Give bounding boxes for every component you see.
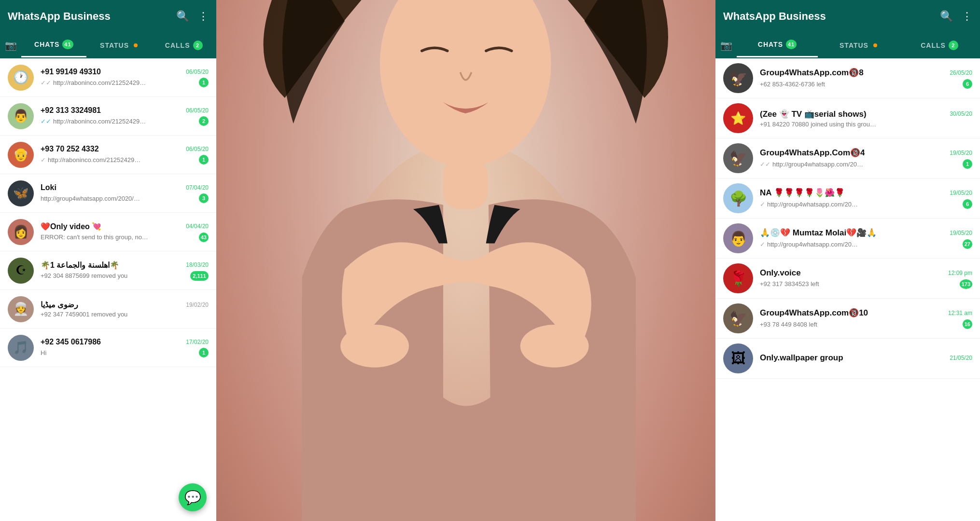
avatar-6: ☪	[8, 258, 34, 284]
right-unread-badge-3: 1	[963, 159, 972, 169]
left-chat-item-6[interactable]: ☪ 🌴اهلسنة والجماعة 1🌴 18/03/20 +92 304 8…	[0, 251, 216, 290]
unread-badge-2: 2	[199, 116, 209, 126]
chat-content-2: +92 313 3324981 06/05/20 ✓✓ http://rabon…	[41, 106, 209, 126]
right-chat-item-6[interactable]: 🌹 Only.voice 12:09 pm +92 317 3834523 le…	[715, 259, 980, 299]
chat-time-5: 04/04/20	[186, 223, 209, 230]
right-chat-content-2: (Zee 👻 TV 📺serial shows) 30/05/20 +91 84…	[760, 109, 972, 128]
right-avatar-4: 🌳	[723, 183, 753, 213]
left-tab-status[interactable]: STATUS	[86, 33, 152, 57]
right-chat-name-7: Group4WhatsApp.com🔞10	[760, 308, 868, 318]
chat-content-6: 🌴اهلسنة والجماعة 1🌴 18/03/20 +92 304 887…	[41, 260, 209, 281]
right-chat-list: 🦅 Group4WhatsApp.com🔞8 26/05/20 +62 853-…	[715, 58, 980, 521]
left-chat-list: 🕐 +91 99149 49310 06/05/20 ✓✓ http://rab…	[0, 58, 216, 521]
left-menu-icon[interactable]: ⋮	[198, 10, 209, 23]
right-menu-icon[interactable]: ⋮	[962, 10, 972, 23]
chat-name-8: +92 345 0617986	[41, 338, 101, 346]
unread-badge-6: 2,111	[190, 271, 209, 281]
right-chat-time-2: 30/05/20	[950, 110, 972, 117]
right-chat-item-4[interactable]: 🌳 NA 🌹🌹🌹🌹🌷🌺🌹 19/05/20 ✓ http://group4wha…	[715, 178, 980, 219]
chat-content-5: ❤️Only video 💘 04/04/20 ERROR: can't sen…	[41, 222, 209, 242]
right-tab-chats-badge: 41	[786, 40, 797, 49]
chat-name-4: Loki	[41, 183, 56, 192]
left-chat-item-5[interactable]: 👩 ❤️Only video 💘 04/04/20 ERROR: can't s…	[0, 213, 216, 251]
tick-icon-3: ✓	[41, 156, 46, 164]
left-tab-status-label: STATUS	[100, 41, 129, 49]
right-chat-item-8[interactable]: 🖼 Only.wallpaper group 21/05/20	[715, 339, 980, 379]
unread-badge-1: 1	[199, 78, 209, 87]
chat-time-3: 06/05/20	[186, 146, 209, 152]
right-tab-status-label: STATUS	[840, 41, 868, 49]
right-search-icon[interactable]: 🔍	[940, 10, 953, 23]
right-tab-status[interactable]: STATUS	[818, 33, 899, 57]
avatar-8: 🎵	[8, 335, 34, 361]
right-chat-item-5[interactable]: 👨 🙏💿💔 Mumtaz Molai💔🎥🙏 19/05/20 ✓ http://…	[715, 219, 980, 259]
right-chat-item-3[interactable]: 🦅 Group4WhatsApp.Com🔞4 19/05/20 ✓✓ http:…	[715, 138, 980, 178]
right-unread-badge-5: 27	[963, 239, 972, 249]
left-panel: WhatsApp Business 🔍 ⋮ 📷 CHATS 41 STATUS …	[0, 0, 216, 521]
right-avatar-8: 🖼	[723, 343, 753, 373]
chat-time-6: 18/03/20	[186, 261, 209, 268]
chat-content-7: رضوی میڈیا 19/02/20 +92 347 7459001 remo…	[41, 300, 209, 318]
chat-name-7: رضوی میڈیا	[41, 300, 78, 309]
right-avatar-1: 🦅	[723, 63, 753, 93]
svg-rect-3	[443, 158, 488, 209]
avatar-1: 🕐	[8, 65, 34, 91]
left-chat-item-4[interactable]: 🦋 Loki 07/04/20 http://group4whatsapp.co…	[0, 174, 216, 213]
right-chat-content-3: Group4WhatsApp.Com🔞4 19/05/20 ✓✓ http://…	[760, 148, 972, 169]
chat-time-7: 19/02/20	[186, 302, 209, 308]
chat-preview-1: ✓✓ http://raboninco.com/21252429…	[41, 79, 146, 86]
chat-name-3: +93 70 252 4332	[41, 145, 99, 153]
right-camera-button[interactable]: 📷	[715, 33, 737, 57]
chat-name-6: 🌴اهلسنة والجماعة 1🌴	[41, 260, 119, 270]
chat-time-4: 07/04/20	[186, 184, 209, 191]
svg-point-4	[340, 325, 409, 368]
left-chat-item-1[interactable]: 🕐 +91 99149 49310 06/05/20 ✓✓ http://rab…	[0, 58, 216, 97]
left-tab-chats-badge: 41	[62, 40, 73, 49]
avatar-7: 👳	[8, 296, 34, 322]
right-chat-time-1: 26/05/20	[950, 69, 972, 76]
right-avatar-7: 🦅	[723, 303, 753, 333]
avatar-3: 👴	[8, 142, 34, 168]
chat-preview-4: http://group4whatsapp.com/2020/…	[41, 195, 140, 202]
chat-time-1: 06/05/20	[186, 69, 209, 75]
chat-preview-3: ✓ http://raboninco.com/21252429…	[41, 156, 140, 164]
right-tab-chats[interactable]: CHATS 41	[737, 33, 818, 57]
left-tab-chats-label: CHATS	[34, 41, 59, 48]
left-tab-calls-badge: 2	[193, 41, 203, 50]
left-search-icon[interactable]: 🔍	[176, 10, 189, 23]
right-tabs-bar: 📷 CHATS 41 STATUS CALLS 2	[715, 33, 980, 58]
left-app-title: WhatsApp Business	[8, 10, 111, 23]
right-chat-item-2[interactable]: ⭐ (Zee 👻 TV 📺serial shows) 30/05/20 +91 …	[715, 98, 980, 138]
right-tab-calls[interactable]: CALLS 2	[899, 33, 980, 57]
right-chat-name-4: NA 🌹🌹🌹🌹🌷🌺🌹	[760, 188, 845, 198]
left-tab-calls[interactable]: CALLS 2	[151, 33, 216, 57]
left-chat-item-8[interactable]: 🎵 +92 345 0617986 17/02/20 Hi 1	[0, 329, 216, 367]
right-chat-name-2: (Zee 👻 TV 📺serial shows)	[760, 109, 867, 119]
left-camera-button[interactable]: 📷	[0, 33, 21, 57]
unread-badge-5: 43	[199, 233, 209, 242]
chat-preview-7: +92 347 7459001 removed you	[41, 311, 127, 318]
right-chat-item-1[interactable]: 🦅 Group4WhatsApp.com🔞8 26/05/20 +62 853-…	[715, 58, 980, 98]
right-chat-time-3: 19/05/20	[950, 150, 972, 156]
right-chat-preview-1: +62 853-4362-6736 left	[760, 81, 825, 88]
unread-badge-8: 1	[199, 348, 209, 357]
left-chat-item-3[interactable]: 👴 +93 70 252 4332 06/05/20 ✓ http://rabo…	[0, 136, 216, 174]
avatar-2: 👨	[8, 103, 34, 129]
left-chat-item-2[interactable]: 👨 +92 313 3324981 06/05/20 ✓✓ http://rab…	[0, 97, 216, 136]
center-illustration	[216, 0, 715, 521]
left-header: WhatsApp Business 🔍 ⋮	[0, 0, 216, 33]
left-chat-item-7[interactable]: 👳 رضوی میڈیا 19/02/20 +92 347 7459001 re…	[0, 290, 216, 329]
unread-badge-3: 1	[199, 155, 209, 165]
left-tab-chats[interactable]: CHATS 41	[21, 33, 86, 57]
right-panel: WhatsApp Business 🔍 ⋮ 📷 CHATS 41 STATUS …	[715, 0, 980, 521]
compose-fab[interactable]: 💬	[179, 483, 207, 511]
right-chat-time-4: 19/05/20	[950, 190, 972, 196]
chat-content-3: +93 70 252 4332 06/05/20 ✓ http://raboni…	[41, 145, 209, 165]
right-tick-icon-3: ✓✓	[760, 161, 770, 168]
right-chat-name-3: Group4WhatsApp.Com🔞4	[760, 148, 865, 158]
right-chat-preview-2: +91 84220 70880 joined using this grou…	[760, 121, 876, 128]
right-chat-content-6: Only.voice 12:09 pm +92 317 3834523 left…	[760, 268, 972, 289]
chat-name-1: +91 99149 49310	[41, 68, 101, 76]
right-chat-name-5: 🙏💿💔 Mumtaz Molai💔🎥🙏	[760, 228, 877, 238]
right-chat-item-7[interactable]: 🦅 Group4WhatsApp.com🔞10 12:31 am +93 78 …	[715, 299, 980, 339]
